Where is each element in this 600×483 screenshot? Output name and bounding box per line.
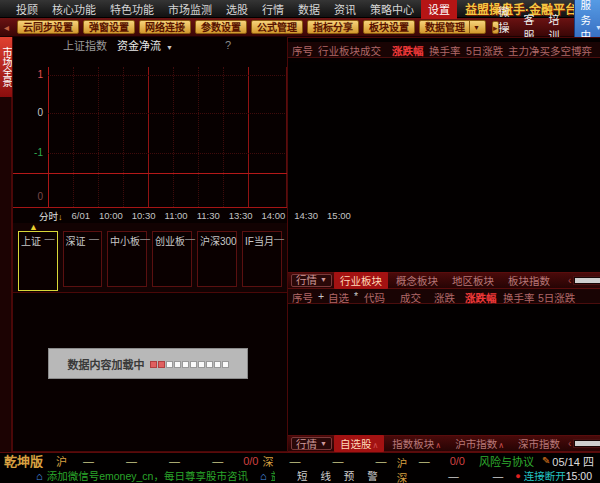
col-seq[interactable]: 序号: [292, 43, 313, 58]
col-change-pct[interactable]: 涨跌幅: [465, 290, 497, 305]
menu-strategy-center[interactable]: 策略中心: [363, 0, 421, 19]
tab-market-panorama[interactable]: 市场全景: [0, 37, 12, 97]
mini-panel-label: IF当月: [245, 233, 274, 248]
selected-triangle-icon: ▲: [29, 222, 38, 232]
mini-panel-csi300[interactable]: 沪深300: [197, 231, 237, 287]
y-axis-label: 1: [17, 69, 43, 80]
tab-label: 自选股: [340, 438, 372, 450]
gridline: [48, 75, 285, 76]
menu-touguo[interactable]: 投顾: [9, 0, 45, 19]
chart-y-axis: [48, 67, 49, 207]
tab-shenzhen-indices[interactable]: 深市指数: [512, 435, 566, 452]
scrollbar-left-icon[interactable]: ‹: [566, 438, 573, 449]
scrollbar-track[interactable]: [573, 439, 600, 448]
tab-watchlist-stocks[interactable]: 自选股∧: [334, 435, 384, 452]
indicator-share-button[interactable]: 指标分享: [307, 20, 359, 34]
y-axis-label: 0: [17, 107, 43, 118]
mini-panel-chinext[interactable]: 创业板—: [152, 231, 192, 287]
col-turnover[interactable]: 换手率: [503, 290, 535, 305]
mini-panel-value: —: [45, 233, 55, 248]
tab-scrollbar[interactable]: ‹ ›: [566, 438, 600, 449]
cloud-sync-settings-button[interactable]: 云同步设置: [17, 20, 79, 34]
official-promo-text[interactable]: 益盟操盘手官方: [271, 468, 275, 483]
scrollbar-thumb[interactable]: [575, 441, 600, 446]
mini-panel-if-futures[interactable]: IF当月—: [242, 231, 282, 287]
col-seq[interactable]: 序号: [292, 290, 313, 305]
shenzhen-market-label[interactable]: 深: [262, 453, 273, 469]
sector-settings-button[interactable]: 板块设置: [363, 20, 415, 34]
quote-menu-button[interactable]: 行情 ▼: [291, 437, 332, 450]
market-value: —: [67, 455, 110, 467]
tab-label: 指数板块: [392, 438, 434, 450]
col-watchlist[interactable]: 自选: [328, 290, 349, 305]
short-term-alert-label[interactable]: 短 线 预 警: [297, 468, 383, 483]
col-bull-bear[interactable]: 多空博弈: [550, 43, 592, 58]
chart-mode-selector[interactable]: 分时↓: [39, 209, 63, 223]
col-volume[interactable]: 成交: [400, 290, 421, 305]
col-industry-sector[interactable]: 行业板块: [318, 43, 360, 58]
star-icon[interactable]: *: [354, 290, 358, 302]
clock-label: 15:00: [566, 470, 592, 482]
market-value: —: [110, 455, 153, 467]
menu-market-monitor[interactable]: 市场监测: [161, 0, 219, 19]
caret-down-icon[interactable]: ▼: [469, 21, 480, 34]
scrollbar-left-icon[interactable]: ‹: [566, 275, 573, 286]
col-change-pct[interactable]: 涨跌幅: [392, 43, 424, 58]
popup-settings-button[interactable]: 弹窗设置: [83, 20, 135, 34]
col-main-net-buy[interactable]: 主力净买: [508, 43, 550, 58]
mini-panel-shanghai[interactable]: 上证—: [18, 231, 58, 291]
caret-up-icon: ∧: [435, 441, 441, 450]
col-volume[interactable]: 成交: [360, 43, 381, 58]
menu-data[interactable]: 数据: [291, 0, 327, 19]
col-code[interactable]: 代码: [364, 290, 385, 305]
x-tick: 6/01: [72, 210, 91, 221]
menu-news[interactable]: 资讯: [327, 0, 363, 19]
parameter-settings-button[interactable]: 参数设置: [195, 20, 247, 34]
tab-concept-sectors[interactable]: 概念板块: [390, 272, 444, 289]
gridline: [123, 67, 124, 207]
chart-metric-label: 资金净流: [117, 40, 161, 52]
plus-icon[interactable]: +: [318, 290, 324, 302]
intraday-chart[interactable]: 1 0 -1 0: [13, 53, 287, 207]
menu-core-functions[interactable]: 核心功能: [45, 0, 103, 19]
risk-agreement-link[interactable]: 风险与协议: [479, 453, 534, 469]
quotes-panel: 序号 行业板块 成交 涨跌幅 换手率 5日涨跌 主力净买 多空博弈 行情 ▼ 行…: [288, 37, 600, 452]
caret-down-icon: ▼: [320, 274, 327, 286]
mini-panel-sme[interactable]: 中小板—: [107, 231, 147, 287]
scrollbar-thumb[interactable]: [575, 278, 600, 283]
stock-table-body[interactable]: [288, 304, 600, 435]
col-change[interactable]: 涨跌: [434, 290, 455, 305]
col-turnover[interactable]: 换手率: [429, 43, 461, 58]
tab-index-sectors[interactable]: 指数板块∧: [386, 435, 447, 452]
menu-quotes[interactable]: 行情: [255, 0, 291, 19]
tab-industry-sectors[interactable]: 行业板块: [334, 272, 388, 289]
data-management-button[interactable]: 数据管理 ▼: [419, 20, 486, 34]
sector-table-body[interactable]: [288, 62, 600, 272]
connection-dot-icon: ●: [515, 471, 520, 481]
col-5day-change[interactable]: 5日涨跌: [466, 43, 503, 58]
tab-shanghai-indices[interactable]: 沪市指数∧: [449, 435, 510, 452]
tab-sector-indices[interactable]: 板块指数: [502, 272, 556, 289]
chart-divider-line: [13, 173, 287, 174]
toolbar-scroll-left-icon[interactable]: ◂: [0, 22, 13, 33]
quote-menu-button[interactable]: 行情 ▼: [291, 274, 332, 287]
menu-special-functions[interactable]: 特色功能: [103, 0, 161, 19]
col-5day-change[interactable]: 5日涨跌: [538, 290, 575, 305]
mini-panel-value: —: [185, 233, 195, 248]
tab-region-sectors[interactable]: 地区板块: [446, 272, 500, 289]
connection-status[interactable]: 连接断开: [524, 468, 566, 483]
scrollbar-track[interactable]: [573, 276, 600, 285]
tab-scrollbar[interactable]: ‹ ›: [566, 275, 600, 286]
menu-settings[interactable]: 设置: [421, 0, 457, 19]
chart-metric-dropdown[interactable]: 资金净流 ▼: [117, 37, 173, 53]
x-tick: 11:30: [197, 210, 220, 221]
wechat-promo-text[interactable]: 添加微信号emoney_cn，每日尊享股市咨讯: [47, 468, 248, 483]
mini-panel-shenzhen[interactable]: 深证—: [63, 231, 103, 287]
shanghai-market-label[interactable]: 沪: [56, 453, 67, 469]
csi300-label[interactable]: 沪深300: [397, 455, 415, 483]
menu-stock-pick[interactable]: 选股: [219, 0, 255, 19]
formula-management-button[interactable]: 公式管理: [251, 20, 303, 34]
index-value: —: [448, 470, 459, 482]
network-connection-button[interactable]: 网络连接: [139, 20, 191, 34]
help-icon[interactable]: ?: [225, 39, 231, 51]
